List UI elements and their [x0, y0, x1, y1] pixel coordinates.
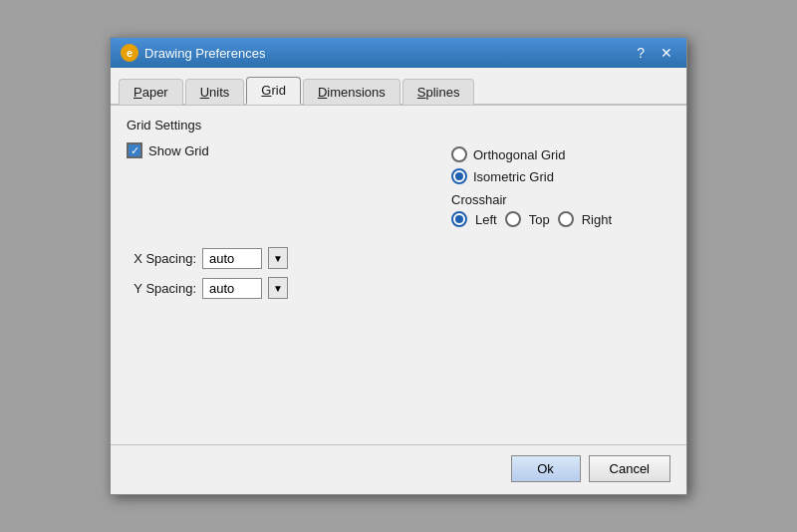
- x-spacing-dropdown[interactable]: ▼: [268, 247, 288, 269]
- x-spacing-label: X Spacing:: [127, 251, 196, 266]
- x-spacing-row: X Spacing: ▼: [127, 247, 670, 269]
- isometric-grid-option[interactable]: Isometric Grid: [451, 168, 670, 184]
- right-col: Orthogonal Grid Isometric Grid Crosshair: [451, 142, 670, 227]
- crosshair-label: Crosshair: [451, 192, 670, 207]
- crosshair-left-label: Left: [475, 212, 497, 227]
- main-row: ✓ Show Grid Orthogonal Grid: [127, 142, 670, 227]
- crosshair-right-radio[interactable]: [558, 211, 574, 227]
- tab-bar: Paper Units Grid Dimensions Splines: [111, 68, 686, 106]
- crosshair-left-dot: [455, 215, 463, 223]
- show-grid-label: Show Grid: [148, 143, 209, 158]
- tab-units-label: Units: [200, 85, 230, 100]
- left-col: ✓ Show Grid: [127, 142, 451, 170]
- show-grid-row: ✓ Show Grid: [127, 142, 451, 158]
- crosshair-left-radio[interactable]: [451, 211, 467, 227]
- cancel-button[interactable]: Cancel: [589, 455, 670, 482]
- orthogonal-grid-label: Orthogonal Grid: [473, 147, 566, 162]
- section-title: Grid Settings: [127, 118, 670, 133]
- y-spacing-row: Y Spacing: ▼: [127, 277, 670, 299]
- y-spacing-input[interactable]: [202, 278, 262, 299]
- tab-units[interactable]: Units: [185, 79, 245, 105]
- show-grid-checkbox[interactable]: ✓: [127, 142, 142, 158]
- drawing-preferences-dialog: e Drawing Preferences ? ✕ Paper Units Gr…: [110, 37, 687, 495]
- tab-paper[interactable]: Paper: [119, 79, 183, 105]
- isometric-radio[interactable]: [451, 168, 467, 184]
- tab-dimensions[interactable]: Dimensions: [303, 79, 400, 105]
- dialog-footer: Ok Cancel: [111, 444, 686, 494]
- tab-splines-label: Splines: [417, 85, 460, 100]
- tab-paper-label: Paper: [133, 85, 168, 100]
- crosshair-section: Crosshair Left Top Right: [451, 192, 670, 227]
- isometric-radio-dot: [455, 172, 463, 180]
- orthogonal-grid-option[interactable]: Orthogonal Grid: [451, 146, 670, 162]
- crosshair-radios: Left Top Right: [451, 211, 670, 227]
- grid-type-group: Orthogonal Grid Isometric Grid: [451, 146, 670, 184]
- y-spacing-dropdown[interactable]: ▼: [268, 277, 288, 299]
- title-bar-left: e Drawing Preferences: [121, 44, 265, 62]
- x-spacing-input[interactable]: [202, 248, 262, 269]
- y-spacing-label: Y Spacing:: [127, 281, 196, 296]
- title-bar-right: ? ✕: [633, 46, 676, 60]
- app-icon: e: [121, 44, 138, 62]
- content-area: Grid Settings ✓ Show Grid O: [111, 106, 686, 444]
- close-button[interactable]: ✕: [657, 46, 676, 60]
- orthogonal-radio[interactable]: [451, 146, 467, 162]
- title-bar: e Drawing Preferences ? ✕: [111, 38, 686, 68]
- dialog-title: Drawing Preferences: [144, 46, 265, 61]
- isometric-grid-label: Isometric Grid: [473, 169, 554, 184]
- crosshair-top-radio[interactable]: [505, 211, 521, 227]
- crosshair-right-label: Right: [582, 212, 612, 227]
- tab-splines[interactable]: Splines: [402, 79, 475, 105]
- tab-dimensions-label: Dimensions: [318, 85, 386, 100]
- tab-grid[interactable]: Grid: [246, 77, 301, 105]
- spacing-section: X Spacing: ▼ Y Spacing: ▼: [127, 247, 670, 299]
- crosshair-top-label: Top: [529, 212, 550, 227]
- ok-button[interactable]: Ok: [511, 455, 581, 482]
- check-icon: ✓: [131, 145, 139, 156]
- tab-grid-label: Grid: [261, 83, 286, 98]
- help-button[interactable]: ?: [633, 46, 649, 60]
